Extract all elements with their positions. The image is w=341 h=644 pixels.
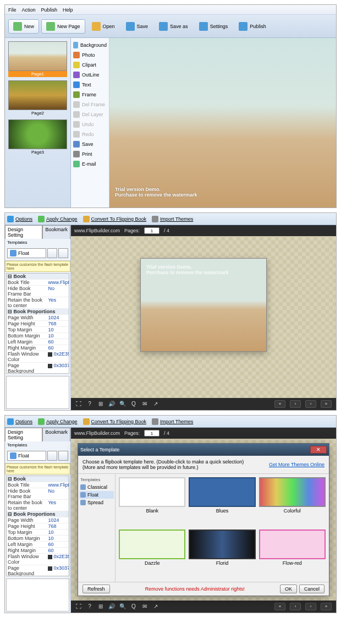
property-row[interactable]: Page Height768 [7, 523, 69, 530]
template-card-colorful[interactable]: Colorful [259, 477, 326, 526]
property-row[interactable]: Book Titlewww.FlipBuilde [7, 482, 69, 488]
background-tool[interactable]: Background [72, 40, 108, 50]
import-themes-button[interactable]: Import Themes [152, 216, 193, 222]
book-preview[interactable]: Trial version Demo. Purchase to remove t… [140, 258, 267, 352]
property-row[interactable]: Retain the book to centerYes [7, 297, 69, 309]
template-save-button[interactable] [58, 248, 68, 258]
page-thumb[interactable]: Page3 [8, 119, 67, 155]
refresh-button[interactable]: Refresh [82, 585, 110, 593]
close-button[interactable]: ✕ [310, 446, 327, 454]
template-browse-button[interactable] [47, 248, 57, 258]
thumbnails-icon[interactable]: ⊞ [97, 401, 104, 407]
property-row[interactable]: Page Width1024 [7, 517, 69, 523]
property-grid[interactable]: ⊟ BookBook Titlewww.FlipBuildeHide Book … [6, 476, 69, 576]
frame-tool[interactable]: Frame [72, 90, 108, 100]
photo-tool[interactable]: Photo [72, 50, 108, 60]
zoom-icon[interactable]: 🔍 [119, 603, 126, 610]
property-row[interactable]: Right Margin60 [7, 345, 69, 351]
property-row[interactable]: Hide Book Frame BarNo [7, 286, 69, 297]
property-row[interactable]: Right Margin60 [7, 548, 69, 554]
settings-button[interactable]: Settings [195, 20, 233, 33]
property-row[interactable]: Bottom Margin10 [7, 536, 69, 542]
fullscreen-icon[interactable]: ⛶ [75, 401, 82, 407]
template-selector[interactable]: Float [7, 451, 46, 461]
text-tool[interactable]: Text [72, 80, 108, 90]
options-button[interactable]: Options [7, 216, 32, 222]
template-card-blues[interactable]: Blues [189, 477, 255, 526]
last-page-button[interactable]: » [321, 603, 332, 610]
template-category-classical[interactable]: Classical [79, 483, 114, 491]
property-row[interactable]: Bottom Margin10 [7, 333, 69, 339]
outline-tool[interactable]: OutLine [72, 70, 108, 80]
tab-design-setting[interactable]: Design Setting [5, 428, 42, 441]
menu-action[interactable]: Action [22, 7, 36, 13]
property-row[interactable]: Left Margin60 [7, 542, 69, 548]
search-icon[interactable]: Q [130, 401, 137, 407]
apply-change-button[interactable]: Apply Change [38, 216, 78, 222]
first-page-button[interactable]: « [274, 400, 285, 408]
help-icon[interactable]: ? [86, 603, 93, 610]
property-grid[interactable]: ⊟ BookBook Titlewww.FlipBuildeHide Book … [6, 273, 69, 374]
options-button[interactable]: Options [7, 418, 32, 425]
page-input[interactable] [144, 227, 160, 234]
convert-to-flipping-book-button[interactable]: Convert To Flipping Book [83, 418, 146, 425]
thumbnails-icon[interactable]: ⊞ [97, 603, 104, 610]
convert-to-flipping-book-button[interactable]: Convert To Flipping Book [83, 216, 146, 222]
cancel-button[interactable]: Cancel [299, 585, 324, 593]
menu-publish[interactable]: Publish [41, 7, 58, 13]
template-card-flow-red[interactable]: Flow-red [259, 530, 326, 578]
import-themes-button[interactable]: Import Themes [152, 418, 193, 425]
property-row[interactable]: Page Height768 [7, 321, 69, 327]
template-category-float[interactable]: Float [79, 491, 114, 499]
property-row[interactable]: Flash Window Color0x2E3538 [7, 351, 69, 363]
property-row[interactable]: Book Titlewww.FlipBuilde [7, 280, 69, 286]
template-card-blank[interactable]: Blank [119, 477, 185, 526]
sound-icon[interactable]: 🔊 [108, 401, 115, 407]
open-button[interactable]: Open [87, 20, 119, 33]
first-page-button[interactable]: « [274, 603, 285, 610]
last-page-button[interactable]: » [321, 400, 332, 408]
template-selector[interactable]: Float [7, 248, 46, 258]
prev-page-button[interactable]: ‹ [290, 400, 301, 408]
next-page-button[interactable]: › [305, 603, 316, 610]
sound-icon[interactable]: 🔊 [108, 603, 115, 610]
new-page-button[interactable]: New Page [41, 19, 85, 34]
property-row[interactable]: Flash Window Color0x2E3538 [7, 554, 69, 565]
apply-change-button[interactable]: Apply Change [38, 418, 78, 425]
prev-page-button[interactable]: ‹ [290, 603, 301, 610]
fullscreen-icon[interactable]: ⛶ [75, 603, 82, 610]
property-row[interactable]: Retain the book to centerYes [7, 500, 69, 511]
page-thumb[interactable]: Page2 [8, 80, 67, 116]
property-row[interactable]: Page Width1024 [7, 315, 69, 321]
ok-button[interactable]: OK [280, 585, 297, 593]
property-row[interactable]: Top Margin10 [7, 530, 69, 536]
page-input[interactable] [144, 430, 160, 436]
e-mail-tool[interactable]: E-mail [72, 159, 108, 169]
save-button[interactable]: Save [122, 20, 153, 33]
clipart-tool[interactable]: Clipart [72, 60, 108, 70]
save-tool[interactable]: Save [72, 139, 108, 149]
template-card-dazzle[interactable]: Dazzle [119, 530, 185, 578]
template-browse-button[interactable] [47, 451, 57, 461]
tab-design-setting[interactable]: Design Setting [5, 225, 42, 239]
canvas[interactable]: Trial version Demo. Purchase to remove t… [109, 38, 336, 208]
print-tool[interactable]: Print [72, 149, 108, 159]
menu-help[interactable]: Help [63, 7, 73, 13]
new-button[interactable]: New [8, 19, 39, 34]
share-icon[interactable]: ↗ [152, 401, 159, 407]
menu-file[interactable]: File [8, 7, 16, 13]
property-row[interactable]: Page Background Color0x30373A [7, 565, 69, 576]
save-as-button[interactable]: Save as [155, 20, 193, 33]
tab-bookmark[interactable]: Bookmark [42, 428, 70, 441]
template-card-florid[interactable]: Florid [189, 530, 255, 578]
publish-button[interactable]: Publish [234, 20, 271, 33]
share-icon[interactable]: ↗ [152, 603, 159, 610]
page-thumb[interactable]: Page1 [8, 41, 67, 77]
help-icon[interactable]: ? [86, 401, 93, 407]
property-row[interactable]: Left Margin60 [7, 339, 69, 345]
zoom-icon[interactable]: 🔍 [119, 401, 126, 407]
property-row[interactable]: Top Margin10 [7, 327, 69, 333]
tab-bookmark[interactable]: Bookmark [42, 225, 70, 239]
search-icon[interactable]: Q [130, 603, 137, 610]
property-row[interactable]: Page Background Color0x30373A [7, 363, 69, 374]
